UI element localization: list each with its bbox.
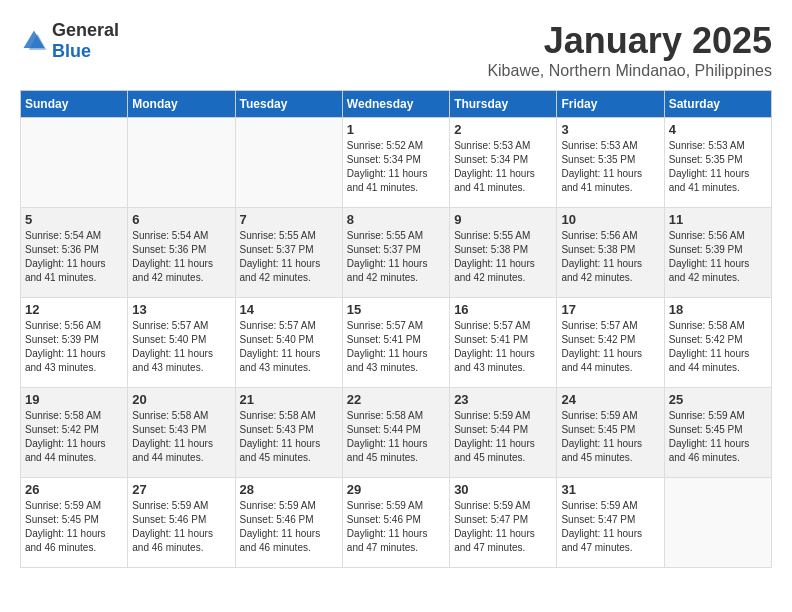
week-row-2: 5Sunrise: 5:54 AM Sunset: 5:36 PM Daylig… <box>21 208 772 298</box>
calendar-cell: 19Sunrise: 5:58 AM Sunset: 5:42 PM Dayli… <box>21 388 128 478</box>
logo-general: General <box>52 20 119 40</box>
location-title: Kibawe, Northern Mindanao, Philippines <box>487 62 772 80</box>
day-number: 17 <box>561 302 659 317</box>
day-number: 2 <box>454 122 552 137</box>
cell-detail: Sunrise: 5:59 AM Sunset: 5:47 PM Dayligh… <box>561 499 659 555</box>
calendar-cell: 13Sunrise: 5:57 AM Sunset: 5:40 PM Dayli… <box>128 298 235 388</box>
cell-detail: Sunrise: 5:59 AM Sunset: 5:44 PM Dayligh… <box>454 409 552 465</box>
day-number: 24 <box>561 392 659 407</box>
calendar-cell: 7Sunrise: 5:55 AM Sunset: 5:37 PM Daylig… <box>235 208 342 298</box>
day-number: 16 <box>454 302 552 317</box>
calendar-cell: 6Sunrise: 5:54 AM Sunset: 5:36 PM Daylig… <box>128 208 235 298</box>
day-number: 4 <box>669 122 767 137</box>
weekday-header-row: SundayMondayTuesdayWednesdayThursdayFrid… <box>21 91 772 118</box>
calendar-cell: 26Sunrise: 5:59 AM Sunset: 5:45 PM Dayli… <box>21 478 128 568</box>
day-number: 18 <box>669 302 767 317</box>
day-number: 11 <box>669 212 767 227</box>
calendar-cell: 27Sunrise: 5:59 AM Sunset: 5:46 PM Dayli… <box>128 478 235 568</box>
cell-detail: Sunrise: 5:53 AM Sunset: 5:35 PM Dayligh… <box>669 139 767 195</box>
calendar-cell: 22Sunrise: 5:58 AM Sunset: 5:44 PM Dayli… <box>342 388 449 478</box>
calendar-cell: 12Sunrise: 5:56 AM Sunset: 5:39 PM Dayli… <box>21 298 128 388</box>
logo-icon <box>20 27 48 55</box>
day-number: 22 <box>347 392 445 407</box>
calendar-cell: 28Sunrise: 5:59 AM Sunset: 5:46 PM Dayli… <box>235 478 342 568</box>
logo-text: General Blue <box>52 20 119 62</box>
calendar-cell: 18Sunrise: 5:58 AM Sunset: 5:42 PM Dayli… <box>664 298 771 388</box>
calendar-cell <box>21 118 128 208</box>
cell-detail: Sunrise: 5:56 AM Sunset: 5:39 PM Dayligh… <box>669 229 767 285</box>
cell-detail: Sunrise: 5:57 AM Sunset: 5:41 PM Dayligh… <box>454 319 552 375</box>
day-number: 6 <box>132 212 230 227</box>
calendar-table: SundayMondayTuesdayWednesdayThursdayFrid… <box>20 90 772 568</box>
cell-detail: Sunrise: 5:56 AM Sunset: 5:39 PM Dayligh… <box>25 319 123 375</box>
day-number: 28 <box>240 482 338 497</box>
day-number: 1 <box>347 122 445 137</box>
calendar-cell: 2Sunrise: 5:53 AM Sunset: 5:34 PM Daylig… <box>450 118 557 208</box>
day-number: 21 <box>240 392 338 407</box>
cell-detail: Sunrise: 5:57 AM Sunset: 5:42 PM Dayligh… <box>561 319 659 375</box>
day-number: 15 <box>347 302 445 317</box>
calendar-cell: 4Sunrise: 5:53 AM Sunset: 5:35 PM Daylig… <box>664 118 771 208</box>
calendar-cell: 24Sunrise: 5:59 AM Sunset: 5:45 PM Dayli… <box>557 388 664 478</box>
cell-detail: Sunrise: 5:59 AM Sunset: 5:45 PM Dayligh… <box>561 409 659 465</box>
calendar-cell: 25Sunrise: 5:59 AM Sunset: 5:45 PM Dayli… <box>664 388 771 478</box>
cell-detail: Sunrise: 5:59 AM Sunset: 5:46 PM Dayligh… <box>132 499 230 555</box>
cell-detail: Sunrise: 5:55 AM Sunset: 5:37 PM Dayligh… <box>240 229 338 285</box>
calendar-cell: 30Sunrise: 5:59 AM Sunset: 5:47 PM Dayli… <box>450 478 557 568</box>
cell-detail: Sunrise: 5:55 AM Sunset: 5:38 PM Dayligh… <box>454 229 552 285</box>
calendar-cell: 14Sunrise: 5:57 AM Sunset: 5:40 PM Dayli… <box>235 298 342 388</box>
cell-detail: Sunrise: 5:58 AM Sunset: 5:44 PM Dayligh… <box>347 409 445 465</box>
calendar-cell: 10Sunrise: 5:56 AM Sunset: 5:38 PM Dayli… <box>557 208 664 298</box>
day-number: 7 <box>240 212 338 227</box>
cell-detail: Sunrise: 5:56 AM Sunset: 5:38 PM Dayligh… <box>561 229 659 285</box>
day-number: 19 <box>25 392 123 407</box>
calendar-cell: 5Sunrise: 5:54 AM Sunset: 5:36 PM Daylig… <box>21 208 128 298</box>
day-number: 3 <box>561 122 659 137</box>
day-number: 12 <box>25 302 123 317</box>
calendar-cell: 9Sunrise: 5:55 AM Sunset: 5:38 PM Daylig… <box>450 208 557 298</box>
cell-detail: Sunrise: 5:57 AM Sunset: 5:40 PM Dayligh… <box>132 319 230 375</box>
cell-detail: Sunrise: 5:59 AM Sunset: 5:47 PM Dayligh… <box>454 499 552 555</box>
cell-detail: Sunrise: 5:55 AM Sunset: 5:37 PM Dayligh… <box>347 229 445 285</box>
weekday-header-monday: Monday <box>128 91 235 118</box>
day-number: 10 <box>561 212 659 227</box>
calendar-cell: 16Sunrise: 5:57 AM Sunset: 5:41 PM Dayli… <box>450 298 557 388</box>
cell-detail: Sunrise: 5:53 AM Sunset: 5:35 PM Dayligh… <box>561 139 659 195</box>
day-number: 23 <box>454 392 552 407</box>
weekday-header-wednesday: Wednesday <box>342 91 449 118</box>
cell-detail: Sunrise: 5:58 AM Sunset: 5:42 PM Dayligh… <box>25 409 123 465</box>
day-number: 14 <box>240 302 338 317</box>
title-section: January 2025 Kibawe, Northern Mindanao, … <box>487 20 772 80</box>
cell-detail: Sunrise: 5:58 AM Sunset: 5:42 PM Dayligh… <box>669 319 767 375</box>
calendar-cell: 17Sunrise: 5:57 AM Sunset: 5:42 PM Dayli… <box>557 298 664 388</box>
week-row-1: 1Sunrise: 5:52 AM Sunset: 5:34 PM Daylig… <box>21 118 772 208</box>
cell-detail: Sunrise: 5:59 AM Sunset: 5:45 PM Dayligh… <box>25 499 123 555</box>
day-number: 25 <box>669 392 767 407</box>
page-header: General Blue January 2025 Kibawe, Northe… <box>20 20 772 80</box>
weekday-header-thursday: Thursday <box>450 91 557 118</box>
day-number: 30 <box>454 482 552 497</box>
cell-detail: Sunrise: 5:58 AM Sunset: 5:43 PM Dayligh… <box>240 409 338 465</box>
logo: General Blue <box>20 20 119 62</box>
day-number: 27 <box>132 482 230 497</box>
cell-detail: Sunrise: 5:59 AM Sunset: 5:46 PM Dayligh… <box>240 499 338 555</box>
day-number: 5 <box>25 212 123 227</box>
calendar-cell: 3Sunrise: 5:53 AM Sunset: 5:35 PM Daylig… <box>557 118 664 208</box>
cell-detail: Sunrise: 5:54 AM Sunset: 5:36 PM Dayligh… <box>25 229 123 285</box>
month-title: January 2025 <box>487 20 772 62</box>
calendar-cell: 20Sunrise: 5:58 AM Sunset: 5:43 PM Dayli… <box>128 388 235 478</box>
calendar-cell <box>128 118 235 208</box>
day-number: 31 <box>561 482 659 497</box>
week-row-4: 19Sunrise: 5:58 AM Sunset: 5:42 PM Dayli… <box>21 388 772 478</box>
cell-detail: Sunrise: 5:57 AM Sunset: 5:41 PM Dayligh… <box>347 319 445 375</box>
calendar-cell <box>664 478 771 568</box>
cell-detail: Sunrise: 5:52 AM Sunset: 5:34 PM Dayligh… <box>347 139 445 195</box>
day-number: 20 <box>132 392 230 407</box>
weekday-header-friday: Friday <box>557 91 664 118</box>
cell-detail: Sunrise: 5:53 AM Sunset: 5:34 PM Dayligh… <box>454 139 552 195</box>
day-number: 9 <box>454 212 552 227</box>
calendar-cell: 8Sunrise: 5:55 AM Sunset: 5:37 PM Daylig… <box>342 208 449 298</box>
week-row-5: 26Sunrise: 5:59 AM Sunset: 5:45 PM Dayli… <box>21 478 772 568</box>
day-number: 13 <box>132 302 230 317</box>
calendar-cell: 29Sunrise: 5:59 AM Sunset: 5:46 PM Dayli… <box>342 478 449 568</box>
